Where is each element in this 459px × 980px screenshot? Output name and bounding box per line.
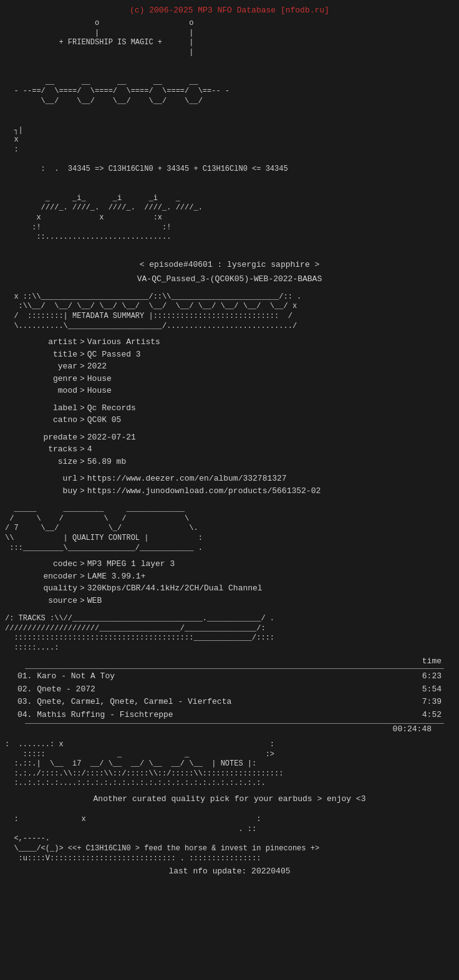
metadata-buy: buy > https://www.junodownload.com/produ… [30,485,454,497]
tracks-top-divider [25,668,444,669]
predate-value: 2022-07-21 [87,431,136,444]
header-credit: (c) 2006-2025 MP3 NFO Database [nfodb.ru… [5,5,454,16]
page-wrapper: (c) 2006-2025 MP3 NFO Database [nfodb.ru… [0,5,459,877]
metadata-artist: artist > Various Artists [30,336,454,348]
tracks-border: /: TRACKS :\\//_________________________… [5,614,454,653]
total-time: 00:24:48 [393,724,432,735]
quality-block: codec > MP3 MPEG 1 layer 3 encoder > LAM… [5,558,454,607]
table-row: 03. Qnete, Carmel, Qnete, Carmel - Vierf… [15,696,454,709]
catno-value: QC0K 05 [87,414,122,426]
encoder-key: encoder [30,570,80,583]
encoder-value: LAME 3.99.1+ [87,570,146,583]
artist-key: artist [30,336,80,348]
metadata-mood: mood > House [30,385,454,397]
label-value: Qc Records [87,402,136,415]
quality-source: source > WEB [30,595,454,607]
tracks-time-header: time [15,656,454,667]
mood-key: mood [30,385,80,397]
notes-text: Another curated quality pick for your ea… [5,794,454,805]
track-title-2: 02. Qnete - 2072 [17,683,95,696]
track-time-3: 7:39 [422,696,442,709]
quality-key: quality [30,582,80,595]
metadata-title: title > QC Passed 3 [30,348,454,361]
predate-key: predate [30,431,80,444]
url-key: url [30,473,80,485]
track-time-2: 5:54 [422,683,442,696]
table-row: 04. Mathis Ruffing - Fischtreppe 4:52 [15,709,454,722]
metadata-block: artist > Various Artists title > QC Pass… [5,336,454,497]
release-name: VA-QC_Passed_3-(QC0K05)-WEB-2022-BABAS [5,274,454,285]
source-value: WEB [87,595,102,607]
size-value: 56.89 mb [87,456,126,468]
metadata-year: year > 2022 [30,360,454,373]
genre-key: genre [30,373,80,385]
codec-key: codec [30,558,80,570]
track-title-1: 01. Karo - Not A Toy [17,670,115,683]
metadata-genre: genre > House [30,373,454,385]
genre-value: House [87,373,112,385]
track-time-1: 6:23 [422,670,442,683]
track-title-4: 04. Mathis Ruffing - Fischtreppe [17,709,173,722]
quality-value: 320Kbps/CBR/44.1kHz/2CH/Dual Channel [87,582,263,595]
track-title-3: 03. Qnete, Carmel, Qnete, Carmel - Vierf… [17,696,231,709]
episode-line: < episode#40601 : lysergic sapphire > [5,259,454,271]
top-ascii-art: o o | | + FRIENDSHIP IS MAGIC + | | __ _… [5,19,454,252]
metadata-border: x ::\\________________________/::\\_____… [5,292,454,331]
quality-quality: quality > 320Kbps/CBR/44.1kHz/2CH/Dual C… [30,582,454,595]
url-value: https://www.deezer.com/en/album/33278132… [87,473,287,485]
codec-value: MP3 MPEG 1 layer 3 [87,558,175,570]
buy-key: buy [30,485,80,497]
tracks-key: tracks [30,443,80,456]
quality-border: _____ _________ _____________ / \ / \ / … [5,504,454,553]
metadata-predate: predate > 2022-07-21 [30,431,454,444]
track-time-4: 4:52 [422,709,442,722]
catno-key: catno [30,414,80,426]
year-value: 2022 [87,360,107,373]
metadata-label: label > Qc Records [30,402,454,415]
year-key: year [30,360,80,373]
mood-value: House [87,385,112,397]
notes-border: : .......: x : ::::: _ _ :> :.::.| \__ i… [5,740,454,789]
title-value: QC Passed 3 [87,348,141,361]
tracks-block: time 01. Karo - Not A Toy 6:23 02. Qnete… [5,656,454,736]
tracks-total: 00:24:48 [25,723,444,735]
metadata-tracks: tracks > 4 [30,443,454,456]
metadata-url: url > https://www.deezer.com/en/album/33… [30,473,454,485]
metadata-size: size > 56.89 mb [30,456,454,468]
metadata-catno: catno > QC0K 05 [30,414,454,426]
size-key: size [30,456,80,468]
tracks-value: 4 [87,443,92,456]
title-key: title [30,348,80,361]
table-row: 01. Karo - Not A Toy 6:23 [15,670,454,683]
table-row: 02. Qnete - 2072 5:54 [15,683,454,696]
quality-encoder: encoder > LAME 3.99.1+ [30,570,454,583]
artist-value: Various Artists [87,336,160,348]
quality-codec: codec > MP3 MPEG 1 layer 3 [30,558,454,570]
buy-value: https://www.junodownload.com/products/56… [87,485,321,497]
label-key: label [30,402,80,415]
footer-art: : x : . :: <,-----. \____/<(_)> <<+ C13H… [5,815,454,863]
last-update: last nfo update: 20220405 [5,866,454,877]
source-key: source [30,595,80,607]
